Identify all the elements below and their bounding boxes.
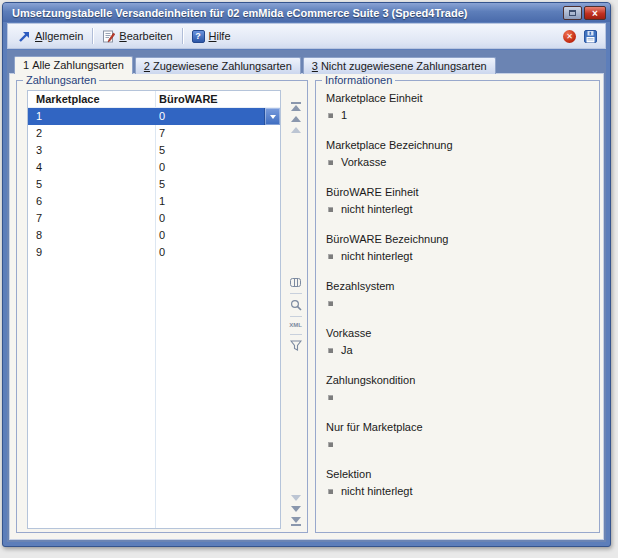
column-header-buroware[interactable]: BüroWARE bbox=[155, 91, 280, 107]
group-informationen: Informationen Marketplace Einheit 1 Mark… bbox=[315, 80, 600, 533]
edit-note-icon bbox=[102, 30, 115, 43]
tab-alle-zahlungsarten[interactable]: 1Alle Zahlungsarten bbox=[14, 56, 133, 74]
bullet-icon bbox=[328, 301, 333, 306]
info-item-marketplace-einheit: Marketplace Einheit 1 bbox=[326, 91, 593, 138]
tabstrip: 1Alle Zahlungsarten 2Zugewiesene Zahlung… bbox=[14, 56, 498, 74]
toolbar-separator bbox=[92, 28, 93, 44]
table-row[interactable]: 1 0 bbox=[28, 108, 280, 125]
bullet-icon bbox=[328, 160, 333, 165]
menu-hilfe[interactable]: ? Hilfe bbox=[186, 28, 237, 45]
move-down-icon[interactable] bbox=[291, 506, 301, 512]
info-item-selektion: Selektion nicht hinterlegt bbox=[326, 467, 593, 514]
grid-side-toolbar: XML bbox=[286, 90, 305, 529]
bullet-icon bbox=[328, 489, 333, 494]
restore-button[interactable] bbox=[563, 6, 582, 20]
titlebar: Umsetzungstabelle Versandeinheiten für 0… bbox=[3, 3, 610, 22]
table-row[interactable]: 4 0 bbox=[28, 159, 280, 176]
info-list: Marketplace Einheit 1 Marketplace Bezeic… bbox=[326, 91, 593, 514]
bullet-icon bbox=[328, 348, 333, 353]
payments-table: Marketplace BüroWARE 1 0 2 7 3 5 bbox=[27, 90, 281, 529]
info-item-bezahlsystem: Bezahlsystem bbox=[326, 279, 593, 326]
dialog-window: Umsetzungstabelle Versandeinheiten für 0… bbox=[2, 2, 611, 547]
column-header-marketplace[interactable]: Marketplace bbox=[28, 91, 155, 107]
save-icon[interactable] bbox=[584, 30, 597, 43]
bullet-icon bbox=[328, 442, 333, 447]
table-row[interactable]: 8 0 bbox=[28, 227, 280, 244]
table-header: Marketplace BüroWARE bbox=[28, 91, 280, 108]
toolbar: Allgemein Bearbeiten ? Hilfe ✕ bbox=[7, 23, 606, 49]
info-item-marketplace-bezeichnung: Marketplace Bezeichnung Vorkasse bbox=[326, 138, 593, 185]
search-icon[interactable] bbox=[290, 299, 302, 311]
bullet-icon bbox=[328, 254, 333, 259]
info-item-nur-fuer-marketplace: Nur für Marketplace bbox=[326, 420, 593, 467]
help-icon: ? bbox=[192, 30, 205, 43]
info-item-buroware-einheit: BüroWARE Einheit nicht hinterlegt bbox=[326, 185, 593, 232]
bullet-icon bbox=[328, 395, 333, 400]
move-up-icon[interactable] bbox=[291, 116, 301, 122]
table-row[interactable]: 2 7 bbox=[28, 125, 280, 142]
group-zahlungsarten-title: Zahlungsarten bbox=[23, 74, 99, 86]
toolbar-separator bbox=[182, 28, 183, 44]
move-down-disabled-icon[interactable] bbox=[291, 495, 301, 501]
table-row[interactable]: 7 0 bbox=[28, 210, 280, 227]
tab-page: Zahlungsarten Marketplace BüroWARE 1 0 2 bbox=[9, 73, 604, 540]
buroware-dropdown-button[interactable] bbox=[264, 108, 280, 125]
cancel-icon[interactable]: ✕ bbox=[563, 30, 576, 43]
table-row[interactable]: 9 0 bbox=[28, 244, 280, 261]
close-button[interactable]: × bbox=[584, 6, 606, 20]
menu-allgemein[interactable]: Allgemein bbox=[12, 28, 89, 45]
menu-hilfe-label: Hilfe bbox=[209, 30, 231, 42]
info-item-zahlungskondition: Zahlungskondition bbox=[326, 373, 593, 420]
xml-icon[interactable]: XML bbox=[289, 322, 302, 329]
info-item-buroware-bezeichnung: BüroWARE Bezeichnung nicht hinterlegt bbox=[326, 232, 593, 279]
restore-icon bbox=[569, 10, 576, 16]
move-top-icon[interactable] bbox=[291, 102, 301, 111]
menu-allgemein-label: Allgemein bbox=[35, 30, 83, 42]
group-informationen-title: Informationen bbox=[322, 74, 395, 86]
window-title: Umsetzungstabelle Versandeinheiten für 0… bbox=[3, 7, 467, 19]
table-row[interactable]: 6 1 bbox=[28, 193, 280, 210]
tab-nicht-zugewiesene-zahlungsarten[interactable]: 3Nicht zugewiesene Zahlungsarten bbox=[303, 57, 496, 74]
arrow-up-right-icon bbox=[18, 30, 31, 43]
info-item-vorkasse: Vorkasse Ja bbox=[326, 326, 593, 373]
tab-zugewiesene-zahlungsarten[interactable]: 2Zugewiesene Zahlungsarten bbox=[135, 57, 301, 74]
client-area: 1Alle Zahlungsarten 2Zugewiesene Zahlung… bbox=[7, 50, 606, 542]
bullet-icon bbox=[328, 207, 333, 212]
table-row[interactable]: 3 5 bbox=[28, 142, 280, 159]
move-up-disabled-icon[interactable] bbox=[291, 127, 301, 133]
table-row[interactable]: 5 5 bbox=[28, 176, 280, 193]
menu-bearbeiten-label: Bearbeiten bbox=[119, 30, 172, 42]
close-icon: × bbox=[592, 8, 598, 19]
bullet-icon bbox=[328, 113, 333, 118]
filter-icon[interactable] bbox=[290, 340, 302, 351]
columns-icon[interactable] bbox=[289, 277, 302, 288]
menu-bearbeiten[interactable]: Bearbeiten bbox=[96, 28, 178, 45]
move-bottom-icon[interactable] bbox=[291, 517, 301, 526]
group-zahlungsarten: Zahlungsarten Marketplace BüroWARE 1 0 2 bbox=[16, 80, 308, 533]
chevron-down-icon bbox=[270, 115, 276, 119]
